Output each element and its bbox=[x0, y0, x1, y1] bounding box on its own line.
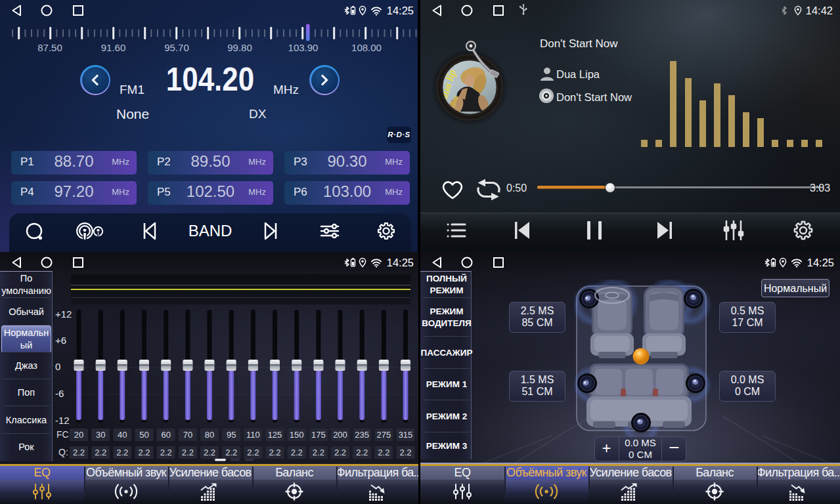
svg-text:2.2: 2.2 bbox=[182, 448, 194, 457]
svg-text:2.2: 2.2 bbox=[334, 448, 346, 457]
svg-text:20: 20 bbox=[74, 430, 83, 440]
svg-text:2.2: 2.2 bbox=[73, 448, 85, 457]
svg-text:95.70: 95.70 bbox=[164, 42, 189, 53]
svg-text:60: 60 bbox=[161, 430, 170, 440]
svg-text:2.2: 2.2 bbox=[291, 448, 303, 457]
svg-text:2.2: 2.2 bbox=[204, 448, 215, 457]
svg-text:2.2: 2.2 bbox=[378, 448, 389, 457]
svg-text:99.80: 99.80 bbox=[227, 42, 252, 53]
svg-text:14:25: 14:25 bbox=[807, 257, 834, 268]
svg-text:200: 200 bbox=[333, 430, 347, 440]
svg-text:315: 315 bbox=[399, 430, 413, 440]
svg-text:175: 175 bbox=[311, 430, 326, 440]
svg-text:70: 70 bbox=[183, 430, 192, 440]
svg-text:150: 150 bbox=[290, 430, 304, 440]
svg-text:2.2: 2.2 bbox=[95, 448, 106, 457]
svg-text:2.2: 2.2 bbox=[160, 448, 172, 457]
svg-text:80: 80 bbox=[205, 430, 214, 440]
svg-text:235: 235 bbox=[355, 430, 369, 440]
svg-text:2.2: 2.2 bbox=[138, 448, 150, 457]
svg-text:108.00: 108.00 bbox=[351, 42, 382, 53]
svg-text:125: 125 bbox=[268, 430, 282, 440]
svg-text:2.2: 2.2 bbox=[356, 448, 368, 457]
svg-text:Q:: Q: bbox=[58, 447, 68, 457]
svg-text:FC:: FC: bbox=[56, 429, 72, 440]
svg-text:2.2: 2.2 bbox=[313, 448, 324, 457]
svg-text:91.60: 91.60 bbox=[101, 42, 126, 53]
svg-text:2.2: 2.2 bbox=[269, 448, 280, 457]
svg-text:275: 275 bbox=[377, 430, 391, 440]
svg-text:103.90: 103.90 bbox=[288, 42, 319, 53]
svg-text:50: 50 bbox=[139, 430, 148, 440]
svg-text:BAND: BAND bbox=[188, 222, 232, 240]
svg-text:2.2: 2.2 bbox=[116, 448, 128, 457]
svg-text:2.2: 2.2 bbox=[225, 448, 237, 457]
svg-text:40: 40 bbox=[118, 430, 127, 440]
svg-text:110: 110 bbox=[246, 430, 260, 440]
svg-text:95: 95 bbox=[227, 430, 236, 440]
svg-text:30: 30 bbox=[96, 430, 105, 440]
svg-text:87.50: 87.50 bbox=[37, 42, 62, 53]
svg-text:2.2: 2.2 bbox=[247, 448, 259, 457]
svg-text:2.2: 2.2 bbox=[399, 448, 411, 457]
